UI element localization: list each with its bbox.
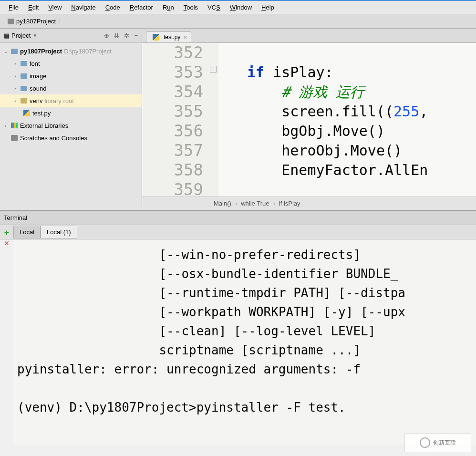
tree-scratches[interactable]: Scratches and Consoles — [0, 132, 142, 144]
menu-code[interactable]: Code — [101, 2, 125, 13]
project-view-selector[interactable]: ▤ Project ▼ — [4, 32, 37, 39]
tree-folder-image[interactable]: › image — [0, 70, 142, 82]
watermark-logo-icon — [420, 437, 430, 448]
settings-icon[interactable]: ✲ — [124, 32, 129, 39]
new-session-icon[interactable]: + — [4, 228, 10, 238]
watermark: 创新互联 — [404, 433, 471, 452]
menu-view[interactable]: View — [43, 2, 66, 13]
editor-tabbar: test.py ✕ — [142, 29, 476, 43]
structure-breadcrumb: Main()› while True› if isPlay — [142, 197, 476, 210]
terminal-tab-local[interactable]: Local — [13, 226, 41, 238]
tree-folder-font[interactable]: › font — [0, 57, 142, 70]
editor-panel: test.py ✕ 352353354 355356357 358359 360… — [142, 29, 476, 210]
tree-folder-venv[interactable]: › venv library root — [0, 94, 142, 107]
menu-edit[interactable]: Edit — [23, 2, 43, 13]
project-tree: ⌄ py1807Project D:\py1807Project › font … — [0, 43, 142, 210]
locate-icon[interactable]: ⊕ — [104, 32, 109, 39]
menu-window[interactable]: Window — [225, 2, 257, 13]
python-file-icon — [153, 34, 159, 41]
fold-marker[interactable]: − — [210, 66, 217, 73]
folder-icon — [8, 19, 14, 24]
menu-help[interactable]: Help — [257, 2, 279, 13]
menu-run[interactable]: Run — [158, 2, 179, 13]
terminal-header[interactable]: Terminal — [0, 211, 476, 225]
menu-tools[interactable]: Tools — [179, 2, 203, 13]
library-icon — [11, 123, 18, 128]
menu-refactor[interactable]: Refactor — [125, 2, 158, 13]
menu-file[interactable]: File — [4, 2, 23, 13]
navigation-bar: py1807Project 〉 — [0, 14, 476, 29]
close-session-icon[interactable]: ✕ — [4, 239, 10, 247]
menu-vcs[interactable]: VCS — [203, 2, 225, 13]
tree-folder-sound[interactable]: › sound — [0, 82, 142, 94]
crumb[interactable]: while True — [241, 200, 269, 207]
project-tool-window: ▤ Project ▼ ⊕ ⇊ ✲ − ⌄ py1807Project D:\p… — [0, 29, 142, 210]
menu-bar: File Edit View Navigate Code Refactor Ru… — [0, 0, 476, 14]
tree-root[interactable]: ⌄ py1807Project D:\py1807Project — [0, 45, 142, 57]
python-file-icon — [23, 110, 30, 116]
code-area[interactable]: if isPlay: # 游戏 运行 screen.fill((255, bgO… — [218, 43, 476, 197]
line-gutter: 352353354 355356357 358359 360 — [142, 43, 209, 197]
project-title: Project — [11, 32, 31, 39]
crumb[interactable]: if isPlay — [279, 200, 300, 207]
root-name: py1807Project — [20, 48, 62, 55]
breadcrumb-label: py1807Project — [16, 18, 56, 25]
expand-icon[interactable]: ⇊ — [114, 32, 119, 39]
terminal-tab-local1[interactable]: Local (1) — [41, 226, 77, 238]
breadcrumb-root[interactable]: py1807Project 〉 — [5, 16, 67, 27]
menu-navigate[interactable]: Navigate — [66, 2, 100, 13]
editor-body[interactable]: 352353354 355356357 358359 360 − − if is… — [142, 43, 476, 197]
close-icon[interactable]: ✕ — [183, 35, 187, 40]
editor-tab-testpy[interactable]: test.py ✕ — [146, 31, 191, 42]
fold-strip: − − — [209, 43, 218, 197]
hide-icon[interactable]: − — [134, 32, 138, 39]
root-path: D:\py1807Project — [64, 48, 112, 55]
tree-file-testpy[interactable]: test.py — [0, 107, 142, 119]
terminal-output[interactable]: [--win-no-prefer-redirects] [--osx-bundl… — [13, 239, 476, 445]
project-tab-icon: ▤ — [4, 32, 10, 39]
tree-external-libraries[interactable]: › External Libraries — [0, 119, 142, 132]
scratch-icon — [11, 135, 18, 141]
terminal-tool-window: Terminal + Local Local (1) ✕ [--win-no-p… — [0, 210, 476, 445]
crumb[interactable]: Main() — [214, 200, 231, 207]
